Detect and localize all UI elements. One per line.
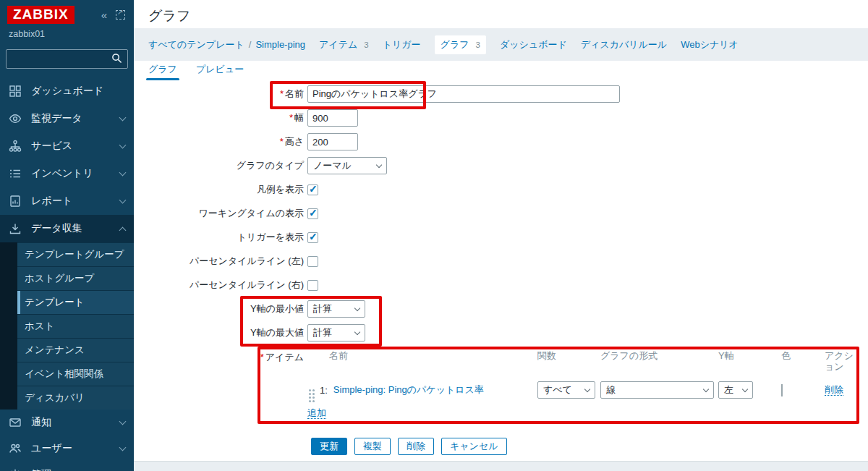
item-name-link[interactable]: Simple-ping: Pingのパケットロス率 [333,383,484,396]
sidebar-item-event-correlation[interactable]: イベント相関関係 [17,362,134,386]
nav-discovery-rules[interactable]: ディスカバリルール [581,38,667,51]
graph-type-label: グラフのタイプ [134,157,307,174]
form-row-graph-type: グラフのタイプ ノーマル [134,157,868,174]
sidebar-item-template-groups[interactable]: テンプレートグループ [17,242,134,266]
tab-preview[interactable]: プレビュー [196,61,244,80]
zabbix-logo[interactable]: ZABBIX [7,6,75,24]
items-table-header: 名前 関数 グラフの形式 Y軸 色 アクション [307,348,856,378]
collapse-sidebar-icon[interactable]: « [101,9,107,21]
items-label: *アイテム [134,348,307,366]
breadcrumb: すべてのテンプレート / Simple-ping アイテム 3 トリガー グラフ… [134,28,868,61]
clone-button[interactable]: 複製 [354,438,391,455]
width-label: *幅 [134,109,307,127]
tab-bar: グラフ プレビュー [134,61,868,77]
submenu-label: テンプレートグループ [25,248,124,261]
graph-type-select[interactable]: ノーマル [307,157,387,174]
form-row-percentile-right: パーセンタイルライン (右) [134,276,868,294]
y-max-select[interactable]: 計算 [307,324,365,341]
item-remove-link[interactable]: 削除 [825,384,843,396]
sidebar-item-label: ユーザー [31,442,72,455]
percentile-right-checkbox[interactable] [307,280,318,291]
show-triggers-label: トリガーを表示 [134,229,307,246]
item-row: 1: Simple-ping: Pingのパケットロス率 すべて 線 [307,378,856,402]
sidebar-item-administration[interactable]: 管理 [0,462,134,471]
show-triggers-checkbox[interactable] [307,232,318,243]
item-index: 1: [320,385,328,396]
zabbix-app: ZABBIX « zabbix01 ダッシュボード [0,0,868,471]
sidebar-item-discovery[interactable]: ディスカバリ [17,386,134,410]
item-draw-style-value: 線 [606,383,616,396]
breadcrumb-all-templates[interactable]: すべてのテンプレート [148,38,244,51]
sidebar-item-templates[interactable]: テンプレート [17,290,134,314]
sidebar-item-monitoring[interactable]: 監視データ [0,105,134,132]
submenu-label: ホスト [25,320,54,333]
sidebar-item-label: インベントリ [31,167,93,180]
graph-form: *名前 *幅 *高さ グラフのタイプ ノーマル 凡例を表示 [134,77,868,455]
sidebar-item-users[interactable]: ユーザー [0,436,134,462]
nav-graphs-link[interactable]: グラフ [441,38,469,51]
submenu-label: ディスカバリ [25,391,85,404]
sidebar-item-inventory[interactable]: インベントリ [0,160,134,187]
submenu-label: メンテナンス [25,344,85,357]
expand-sidebar-icon[interactable] [116,10,125,20]
name-label: *名前 [134,85,307,103]
gear-icon [9,468,22,471]
chevron-down-icon [119,169,127,177]
graph-items-table: 名前 関数 グラフの形式 Y軸 色 アクション 1: Simple-ping: … [307,348,856,419]
item-y-axis-value: 左 [724,383,733,396]
nav-dashboards[interactable]: ダッシュボード [500,38,567,51]
sidebar-item-label: データ収集 [31,222,82,235]
height-field[interactable] [307,133,358,150]
search-icon[interactable] [111,53,122,64]
drag-handle-icon[interactable] [309,389,311,391]
item-color-swatch[interactable] [781,384,783,396]
cancel-button[interactable]: キャンセル [441,438,507,455]
show-legend-checkbox[interactable] [307,184,318,195]
main-content: グラフ すべてのテンプレート / Simple-ping アイテム 3 トリガー… [134,0,868,471]
percentile-left-label: パーセンタイルライン (左) [134,253,307,270]
show-working-time-checkbox[interactable] [307,208,318,219]
sidebar-item-alerts[interactable]: 通知 [0,410,134,436]
width-field[interactable] [307,109,358,127]
sidebar-item-maintenance[interactable]: メンテナンス [17,338,134,362]
nav-triggers[interactable]: トリガー [383,38,421,51]
item-function-select[interactable]: すべて [537,381,595,399]
chevron-down-icon [119,142,127,149]
envelope-icon [9,416,22,429]
y-min-select[interactable]: 計算 [307,300,365,318]
add-item-link[interactable]: 追加 [307,407,326,419]
graph-type-value: ノーマル [313,159,352,172]
form-row-percentile-left: パーセンタイルライン (左) [134,253,868,270]
item-draw-style-select[interactable]: 線 [600,381,714,399]
breadcrumb-template[interactable]: Simple-ping [255,39,305,50]
form-row-show-legend: 凡例を表示 [134,181,868,198]
chevron-down-icon [119,197,127,204]
form-row-items: *アイテム 名前 関数 グラフの形式 Y軸 色 アクション 1: [134,348,868,419]
form-row-y-max: Y軸の最大値 計算 [134,324,868,341]
nav-web-scenarios[interactable]: Webシナリオ [681,38,739,51]
sidebar-search-input[interactable] [6,49,128,69]
sidebar-item-services[interactable]: サービス [0,132,134,160]
form-row-height: *高さ [134,133,868,150]
chevron-down-icon [119,114,127,122]
name-field[interactable] [307,85,620,103]
nav-graphs-active[interactable]: グラフ 3 [435,35,486,54]
update-button[interactable]: 更新 [311,438,347,455]
required-asterisk: * [280,136,284,147]
nav-items-link[interactable]: アイテム [319,38,357,51]
item-y-axis-select[interactable]: 左 [718,381,753,399]
sidebar-item-dashboard[interactable]: ダッシュボード [0,77,134,105]
sidebar-item-data-collection[interactable]: データ収集 [0,215,134,242]
tab-graph[interactable]: グラフ [148,61,177,80]
nav-items[interactable]: アイテム 3 [319,38,369,51]
delete-button[interactable]: 削除 [398,438,434,455]
sidebar-item-host-groups[interactable]: ホストグループ [17,266,134,290]
sidebar-item-label: ダッシュボード [31,85,103,98]
sidebar-item-label: 管理 [31,468,51,471]
sidebar-item-reports[interactable]: レポート [0,187,134,215]
required-asterisk: * [260,352,264,362]
sidebar-item-hosts[interactable]: ホスト [17,314,134,338]
chevron-down-icon [376,161,382,167]
percentile-left-checkbox[interactable] [307,256,318,267]
required-asterisk: * [280,88,284,99]
